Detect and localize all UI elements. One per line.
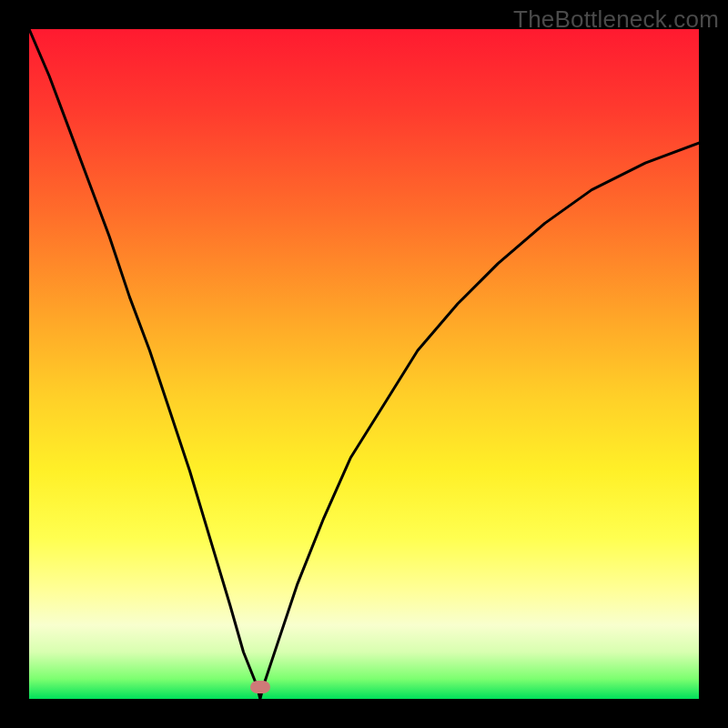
minimum-marker: [250, 681, 270, 693]
bottleneck-curve: [29, 29, 699, 699]
chart-frame: TheBottleneck.com: [0, 0, 728, 728]
watermark-label: TheBottleneck.com: [513, 5, 719, 34]
chart-plot-area: [29, 29, 699, 699]
